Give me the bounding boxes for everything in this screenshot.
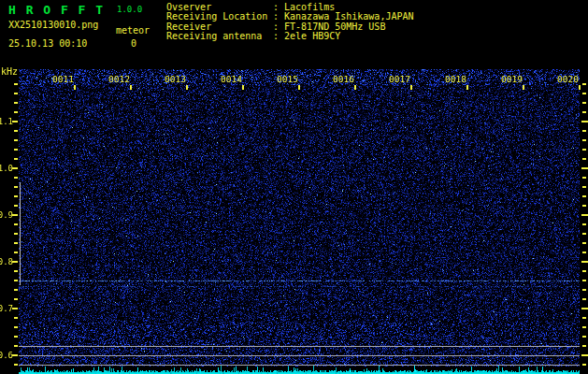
freq-axis-label: 1.1 xyxy=(0,117,13,126)
time-axis-label: 0012 xyxy=(93,75,130,84)
time-tick xyxy=(410,85,412,90)
freq-tick-left xyxy=(14,111,18,113)
time-axis-label: 0016 xyxy=(317,75,354,84)
freq-axis-label: 0.8 xyxy=(0,257,13,266)
freq-tick-left xyxy=(12,261,18,263)
time-tick xyxy=(579,85,581,90)
freq-tick-right xyxy=(582,345,586,347)
freq-axis-label: 1.0 xyxy=(0,164,13,173)
freq-tick-right xyxy=(582,130,586,132)
meteor-echo-line xyxy=(20,182,21,285)
freq-tick-right xyxy=(582,233,586,235)
time-axis-label: 0014 xyxy=(205,75,242,84)
time-tick xyxy=(186,85,188,90)
freq-tick-right xyxy=(582,252,586,253)
freq-tick-right xyxy=(582,205,586,207)
capture-datetime: 25.10.13 00:10 xyxy=(8,39,87,49)
freq-tick-left xyxy=(14,130,18,132)
time-tick xyxy=(466,85,468,90)
freq-tick-right xyxy=(581,308,588,309)
freq-tick-left xyxy=(14,186,18,188)
freq-tick-left xyxy=(14,270,18,272)
spectrogram-canvas xyxy=(19,69,580,374)
time-axis-label: 0011 xyxy=(36,75,74,84)
freq-tick-right xyxy=(582,195,586,197)
freq-tick-right xyxy=(582,326,586,328)
time-tick xyxy=(74,85,76,90)
reference-line xyxy=(19,355,580,356)
observation-mode: meteor xyxy=(116,26,150,36)
freq-tick-left xyxy=(14,317,18,319)
hrofft-window: H R O F F T 1.0.0 XX2510130010.png meteo… xyxy=(0,0,588,374)
freq-tick-right xyxy=(581,354,588,356)
freq-tick-right xyxy=(582,298,586,300)
freq-tick-left xyxy=(12,214,18,216)
freq-tick-left xyxy=(14,242,18,244)
time-axis-label: 0019 xyxy=(485,75,523,84)
time-tick xyxy=(298,85,300,90)
freq-tick-left xyxy=(14,83,18,85)
freq-tick-right xyxy=(582,102,586,104)
freq-tick-right xyxy=(582,93,586,94)
capture-filename: XX2510130010.png xyxy=(8,21,98,30)
freq-tick-right xyxy=(582,149,586,151)
freq-tick-left xyxy=(14,289,18,291)
station-info-label: Receiving antenna xyxy=(166,32,273,41)
freq-axis-unit: kHz xyxy=(1,67,18,77)
freq-tick-right xyxy=(581,261,588,263)
freq-tick-left xyxy=(14,158,18,160)
freq-tick-left xyxy=(14,177,18,179)
freq-tick-left xyxy=(14,93,18,94)
station-info-value: : 2ele HB9CY xyxy=(273,32,340,41)
freq-axis-label: 0.9 xyxy=(0,210,13,220)
time-tick xyxy=(354,85,356,90)
time-axis-label: 0020 xyxy=(541,75,579,84)
freq-tick-right xyxy=(582,83,586,85)
app-title: H R O F F T xyxy=(8,3,105,17)
time-axis-label: 0018 xyxy=(429,75,466,84)
freq-tick-left xyxy=(14,102,18,104)
freq-tick-left xyxy=(14,233,18,235)
freq-tick-left xyxy=(12,308,18,309)
freq-tick-left xyxy=(14,298,18,300)
freq-tick-right xyxy=(582,242,586,244)
freq-tick-left xyxy=(14,280,18,281)
freq-tick-right xyxy=(582,270,586,272)
freq-tick-left xyxy=(14,139,18,141)
freq-axis-label: 0.6 xyxy=(0,351,13,360)
freq-tick-right xyxy=(581,214,588,216)
freq-tick-right xyxy=(582,223,586,225)
freq-tick-right xyxy=(581,167,588,169)
freq-tick-left xyxy=(14,149,18,151)
freq-tick-right xyxy=(582,280,586,281)
time-tick xyxy=(130,85,132,90)
freq-tick-right xyxy=(582,336,586,338)
time-tick xyxy=(523,85,524,90)
time-axis-label: 0017 xyxy=(373,75,410,84)
station-info: Ovserver: LacofilmsReceiving Location: K… xyxy=(166,3,414,42)
station-info-row: Receiving antenna: 2ele HB9CY xyxy=(166,32,414,41)
time-axis-label: 0013 xyxy=(149,75,186,84)
freq-tick-left xyxy=(14,336,18,338)
freq-tick-left xyxy=(14,364,18,366)
freq-tick-right xyxy=(582,139,586,141)
freq-tick-left xyxy=(14,205,18,207)
freq-tick-left xyxy=(12,121,18,122)
time-axis-label: 0015 xyxy=(261,75,298,84)
reference-line xyxy=(19,365,580,366)
freq-tick-left xyxy=(14,195,18,197)
freq-tick-left xyxy=(12,354,18,356)
freq-tick-right xyxy=(582,289,586,291)
freq-tick-left xyxy=(14,326,18,328)
freq-tick-right xyxy=(582,317,586,319)
app-version: 1.0.0 xyxy=(117,5,142,14)
time-tick xyxy=(242,85,244,90)
freq-tick-left xyxy=(14,223,18,225)
reference-line xyxy=(19,346,580,347)
freq-tick-right xyxy=(582,111,586,113)
freq-tick-left xyxy=(14,252,18,253)
freq-tick-left xyxy=(14,345,18,347)
freq-tick-right xyxy=(582,158,586,160)
freq-tick-right xyxy=(582,186,586,188)
freq-tick-right xyxy=(582,177,586,179)
